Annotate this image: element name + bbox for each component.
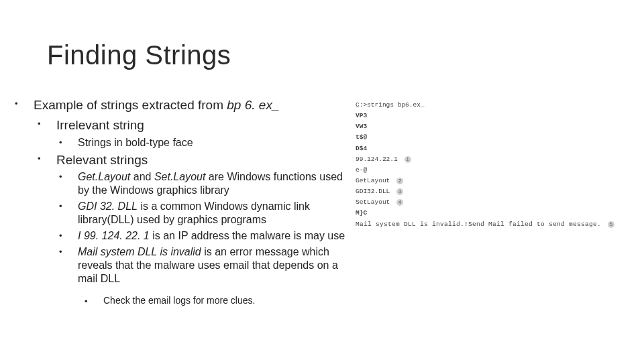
bullet-l3-boldtype: • Strings in bold-type face [68, 136, 349, 149]
code-line: e-@ [356, 165, 624, 176]
annotation-marker-icon: 4 [396, 199, 403, 206]
term: Set.Layout [154, 171, 206, 182]
text: Relevant strings [56, 153, 148, 167]
text: Check the email logs for more clues. [103, 295, 255, 306]
page-title: Finding Strings [47, 40, 624, 70]
text: Strings in bold-type face [78, 137, 193, 148]
text: Irrelevant string [56, 118, 144, 132]
bullet-l2-irrelevant: • Irrelevant string [47, 117, 349, 133]
code-line: SetLayout4 [356, 197, 624, 208]
code-line: t$@ [356, 132, 624, 143]
bullet-l3-gdi32: • GDI 32. DLL is a common Windows dynami… [68, 200, 349, 227]
code-line: C:>strings bp6.ex_ [356, 100, 624, 111]
term: GDI 32. DLL [78, 200, 138, 212]
bullet-l3-getlayout: • Get.Layout and Set.Layout are Windows … [68, 170, 349, 197]
term: Get.Layout [78, 171, 130, 182]
code-line: VP3 [356, 111, 624, 121]
content-row: • Example of strings extracted from bp 6… [20, 97, 624, 307]
annotation-marker-icon: 5 [608, 221, 614, 228]
bullet-l1-example: • Example of strings extracted from bp 6… [24, 97, 349, 113]
text: and [130, 171, 154, 182]
val: GetLayout [356, 176, 390, 186]
bullet-l2-relevant: • Relevant strings [47, 152, 349, 168]
val: D$4 [356, 143, 367, 154]
val: t$@ [356, 132, 367, 143]
bullet-list: • Example of strings extracted from bp 6… [20, 97, 349, 307]
val: GDI32.DLL [356, 186, 390, 197]
bullet-l3-ip: • I 99. 124. 22. 1 is an IP address the … [68, 229, 349, 243]
text: Example of strings extracted from [34, 98, 227, 112]
val: VP3 [356, 111, 367, 121]
code-line: GDI32.DLL3 [356, 186, 624, 197]
val: M}C [356, 208, 367, 219]
code-line: M}C [356, 208, 624, 219]
val: VW3 [356, 121, 367, 132]
code-line: D$4 [356, 143, 624, 154]
filename: bp 6. ex_ [227, 98, 279, 112]
code-output: C:>strings bp6.ex_ VP3 VW3 t$@ D$4 99.12… [356, 97, 624, 307]
code-line: VW3 [356, 121, 624, 132]
annotation-marker-icon: 2 [396, 178, 403, 184]
bullet-l4-check: • Check the email logs for more clues. [94, 295, 349, 307]
code-line: 99.124.22.11 [356, 154, 624, 165]
val: Mail system DLL is invalid.!Send Mail fa… [356, 219, 601, 230]
slide: Finding Strings • Example of strings ext… [0, 0, 644, 320]
code-line: GetLayout2 [356, 176, 624, 186]
code-line: Mail system DLL is invalid.!Send Mail fa… [356, 219, 624, 230]
annotation-marker-icon: 1 [405, 156, 411, 163]
term: Mail system DLL is invalid [78, 246, 201, 257]
cmd: C:>strings bp6.ex_ [356, 100, 425, 111]
text: is an IP address the malware is may use [150, 230, 345, 241]
annotation-marker-icon: 3 [396, 188, 403, 195]
bullet-l3-maildll: • Mail system DLL is invalid is an error… [68, 245, 349, 286]
val: e-@ [356, 165, 367, 176]
val: 99.124.22.1 [356, 154, 398, 165]
val: SetLayout [356, 197, 390, 208]
term: I 99. 124. 22. 1 [78, 230, 150, 241]
